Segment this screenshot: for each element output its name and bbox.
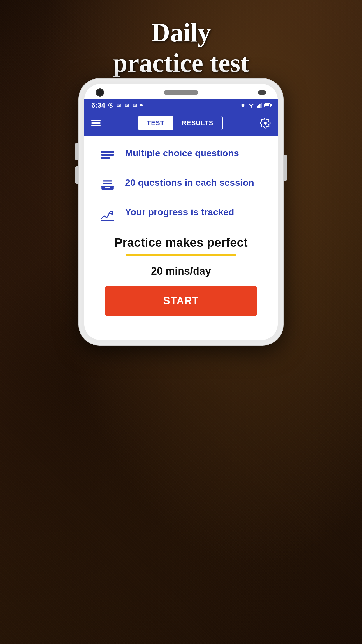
svg-rect-23 bbox=[103, 180, 112, 181]
svg-rect-4 bbox=[117, 105, 119, 106]
feature-icon-progress-wrap bbox=[99, 206, 116, 223]
signal-icon bbox=[257, 103, 262, 108]
svg-rect-9 bbox=[134, 104, 136, 105]
svg-rect-16 bbox=[258, 105, 259, 108]
feature-multiple-choice: Multiple choice questions bbox=[99, 147, 263, 164]
power-button bbox=[284, 155, 287, 181]
book2-icon bbox=[124, 103, 130, 108]
svg-rect-20 bbox=[101, 151, 114, 153]
volume-down-button bbox=[75, 166, 78, 184]
practice-title: Practice makes perfect bbox=[99, 236, 263, 250]
svg-rect-7 bbox=[126, 105, 127, 106]
svg-point-14 bbox=[251, 107, 252, 108]
multiple-choice-icon bbox=[100, 148, 115, 164]
hamburger-menu-button[interactable] bbox=[91, 120, 101, 126]
hamburger-line-2 bbox=[91, 123, 101, 124]
phone-screen: 6:34 bbox=[84, 84, 278, 340]
phone-top-bar bbox=[84, 84, 278, 99]
feature-icon-multiple-choice-wrap bbox=[99, 147, 116, 164]
svg-rect-17 bbox=[259, 104, 261, 108]
app-content: Multiple choice questions 20 questions i… bbox=[84, 136, 278, 340]
book3-icon bbox=[132, 103, 138, 108]
svg-rect-21 bbox=[101, 154, 114, 156]
phone-speaker bbox=[164, 90, 198, 94]
phone-mockup: 6:34 bbox=[79, 79, 283, 345]
status-time: 6:34 bbox=[91, 101, 105, 109]
hamburger-line-3 bbox=[91, 125, 101, 126]
feature-progress-tracked: Your progress is tracked bbox=[99, 206, 263, 223]
page-title: Daily practice test bbox=[0, 18, 362, 78]
svg-rect-18 bbox=[261, 103, 262, 108]
feature-text-multiple-choice: Multiple choice questions bbox=[125, 147, 239, 160]
start-button[interactable]: START bbox=[105, 286, 257, 316]
feature-questions-per-session: 20 questions in each session bbox=[99, 177, 263, 193]
feature-text-questions: 20 questions in each session bbox=[125, 177, 254, 189]
tab-group: TEST RESULTS bbox=[138, 116, 223, 130]
hamburger-line-1 bbox=[91, 120, 101, 121]
svg-rect-24 bbox=[103, 183, 112, 184]
battery-icon bbox=[264, 103, 271, 107]
practice-underline bbox=[126, 254, 236, 256]
status-bar-left: 6:34 bbox=[91, 101, 143, 109]
feature-text-progress: Your progress is tracked bbox=[125, 206, 234, 218]
svg-rect-13 bbox=[245, 104, 245, 106]
svg-rect-11 bbox=[242, 104, 244, 107]
progress-chart-icon bbox=[100, 207, 115, 223]
status-notification-icons bbox=[108, 103, 143, 108]
nav-bar: TEST RESULTS bbox=[84, 112, 278, 136]
volume-up-button bbox=[75, 143, 78, 160]
vibrate-icon bbox=[240, 102, 246, 108]
book1-icon bbox=[116, 103, 122, 108]
svg-point-19 bbox=[264, 122, 267, 125]
status-bar-right bbox=[240, 102, 271, 108]
practice-section: Practice makes perfect 20 mins/day bbox=[99, 236, 263, 277]
notification-icon bbox=[108, 103, 113, 108]
settings-icon[interactable] bbox=[260, 118, 271, 129]
status-bar: 6:34 bbox=[84, 99, 278, 112]
svg-rect-6 bbox=[126, 104, 128, 105]
wifi-icon bbox=[248, 103, 254, 108]
tab-results[interactable]: RESULTS bbox=[173, 116, 222, 130]
svg-point-1 bbox=[110, 104, 112, 106]
svg-rect-3 bbox=[117, 104, 120, 105]
status-dot bbox=[140, 104, 143, 106]
svg-rect-10 bbox=[134, 105, 136, 106]
tab-test[interactable]: TEST bbox=[138, 116, 173, 130]
phone-outer-shell: 6:34 bbox=[79, 79, 283, 345]
inbox-icon bbox=[100, 178, 115, 193]
svg-rect-12 bbox=[241, 104, 242, 106]
practice-duration: 20 mins/day bbox=[99, 265, 263, 277]
svg-rect-15 bbox=[257, 106, 258, 108]
feature-icon-questions-wrap bbox=[99, 177, 116, 193]
svg-rect-22 bbox=[101, 157, 110, 159]
front-camera bbox=[96, 88, 104, 97]
phone-sensor bbox=[258, 90, 266, 94]
